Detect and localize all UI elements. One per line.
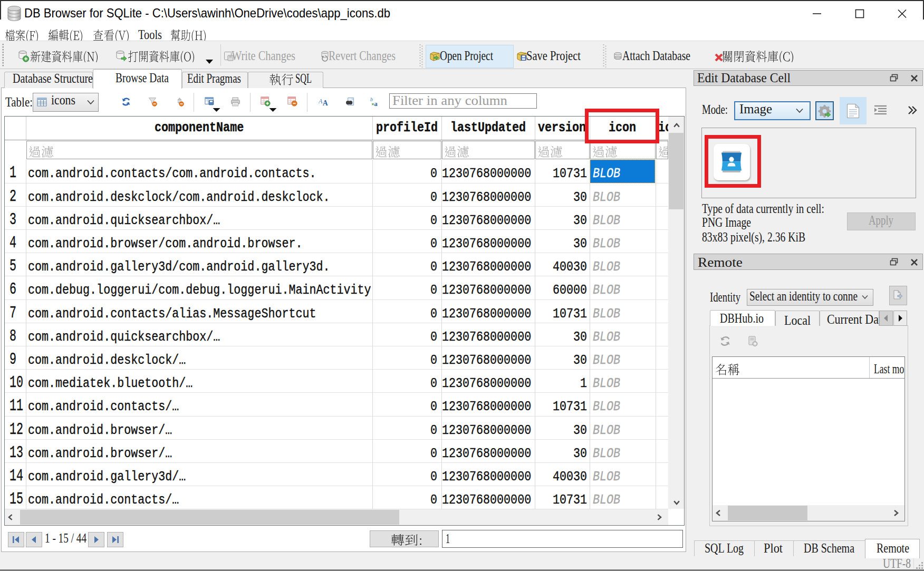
svg-text:A: A: [323, 99, 328, 107]
svg-text:A: A: [319, 98, 323, 105]
svg-text:b: b: [370, 96, 373, 102]
svg-text:a: a: [374, 100, 378, 108]
